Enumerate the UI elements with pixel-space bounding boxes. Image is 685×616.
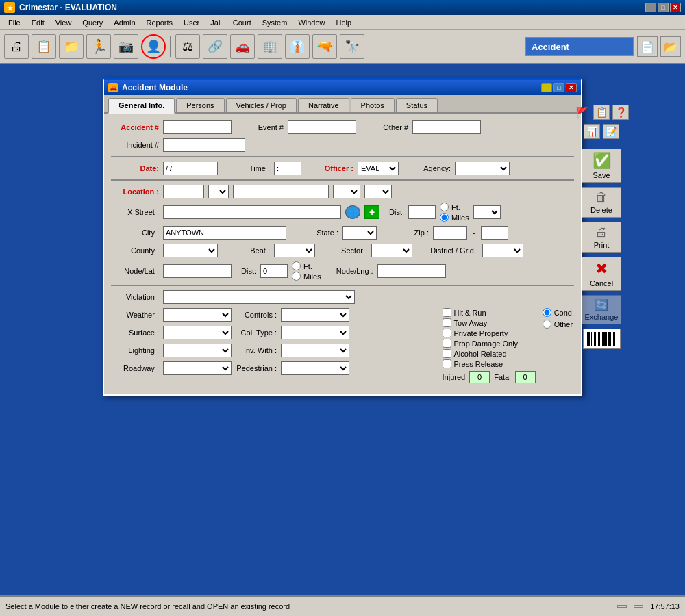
module-dropdown[interactable]: Accident Incident Arrest Citation xyxy=(525,37,634,56)
tab-vehicles-prop[interactable]: Vehicles / Prop xyxy=(226,98,297,112)
dist-input[interactable] xyxy=(408,205,436,219)
lighting-select[interactable] xyxy=(163,344,232,357)
node-lat-input[interactable] xyxy=(163,264,232,278)
menu-reports[interactable]: Reports xyxy=(141,17,179,28)
dist-dir-select[interactable] xyxy=(473,205,501,219)
ft-radio[interactable] xyxy=(440,203,449,211)
toolbar-clipboard-btn[interactable]: 📋 xyxy=(32,34,56,59)
toolbar-gun-btn[interactable]: 🔫 xyxy=(312,34,337,59)
officer-select[interactable]: EVAL xyxy=(358,162,399,175)
incident-num-input[interactable] xyxy=(163,138,245,152)
ft2-radio[interactable] xyxy=(292,261,301,270)
zip-input2[interactable] xyxy=(481,226,508,240)
panel-edit-icon[interactable]: 📝 xyxy=(603,124,619,139)
save-button[interactable]: ✅ Save xyxy=(582,149,621,183)
toolbar-person2-btn[interactable]: 👔 xyxy=(285,34,310,59)
toolbar-camera-btn[interactable]: 📷 xyxy=(114,34,138,59)
maximize-button[interactable]: □ xyxy=(658,3,669,12)
location-select3[interactable] xyxy=(364,185,392,198)
city-input[interactable] xyxy=(163,226,286,240)
panel-help-icon[interactable]: ❓ xyxy=(612,105,629,120)
surface-select[interactable] xyxy=(163,326,232,339)
dialog-maximize-btn[interactable]: □ xyxy=(553,83,564,92)
dialog-close-btn[interactable]: ✕ xyxy=(566,83,577,92)
location-select1[interactable] xyxy=(208,185,229,198)
roadway-select[interactable] xyxy=(163,361,232,375)
violation-select[interactable] xyxy=(163,290,355,304)
toolbar-scale-btn[interactable]: ⚖ xyxy=(175,34,200,59)
dist2-input[interactable] xyxy=(260,264,288,278)
toolbar-face-btn[interactable]: 👤 xyxy=(141,34,166,59)
tab-narrative[interactable]: Narrative xyxy=(298,98,349,112)
menu-file[interactable]: File xyxy=(3,17,26,28)
print-button[interactable]: 🖨 Print xyxy=(582,222,621,253)
district-select[interactable] xyxy=(482,244,523,257)
alcohol-related-checkbox[interactable] xyxy=(443,349,451,358)
toolbar-handcuffs-btn[interactable]: 🔗 xyxy=(203,34,227,59)
panel-copy-icon[interactable]: 📋 xyxy=(593,105,610,120)
toolbar-print-btn[interactable]: 🖨 xyxy=(4,34,29,59)
county-select[interactable] xyxy=(163,244,218,257)
sector-select[interactable] xyxy=(371,244,412,257)
tab-status[interactable]: Status xyxy=(396,98,438,112)
beat-select[interactable] xyxy=(274,244,315,257)
other-radio[interactable] xyxy=(543,320,551,329)
menu-query[interactable]: Query xyxy=(77,17,108,28)
cancel-button[interactable]: ✖ Cancel xyxy=(582,257,621,291)
hit-run-checkbox[interactable] xyxy=(443,308,451,317)
toolbar-folder-btn[interactable]: 📁 xyxy=(59,34,84,59)
inv-with-select[interactable] xyxy=(281,344,349,357)
menu-help[interactable]: Help xyxy=(331,17,358,28)
tab-general-info[interactable]: General Info. xyxy=(108,98,175,114)
menu-system[interactable]: System xyxy=(257,17,293,28)
location-select2[interactable] xyxy=(333,185,360,198)
panel-chart-icon[interactable]: 📊 xyxy=(584,124,600,139)
tow-away-checkbox[interactable] xyxy=(443,318,451,327)
accident-num-input[interactable] xyxy=(163,120,232,134)
minimize-button[interactable]: _ xyxy=(645,3,656,12)
menu-edit[interactable]: Edit xyxy=(26,17,50,28)
fatal-input[interactable] xyxy=(515,371,536,383)
date-input[interactable] xyxy=(163,162,218,175)
menu-jail[interactable]: Jail xyxy=(205,17,227,28)
menu-view[interactable]: View xyxy=(50,17,77,28)
node-lng-input[interactable] xyxy=(377,264,446,278)
cond-radio[interactable] xyxy=(543,308,551,317)
delete-button[interactable]: 🗑 Delete xyxy=(582,187,621,218)
zip-input1[interactable] xyxy=(433,226,467,240)
menu-admin[interactable]: Admin xyxy=(108,17,140,28)
tab-photos[interactable]: Photos xyxy=(351,98,395,112)
pedestrian-select[interactable] xyxy=(281,361,349,375)
toolbar-building-btn[interactable]: 🏢 xyxy=(258,34,282,59)
event-num-input[interactable] xyxy=(288,120,356,134)
toolbar-person-btn[interactable]: 🏃 xyxy=(86,34,111,59)
menu-court[interactable]: Court xyxy=(227,17,257,28)
time-input[interactable] xyxy=(274,162,301,175)
weather-select[interactable] xyxy=(163,308,232,322)
col-type-select[interactable] xyxy=(281,326,349,339)
private-property-checkbox[interactable] xyxy=(443,329,451,337)
press-release-checkbox[interactable] xyxy=(443,359,451,368)
location-input[interactable] xyxy=(163,185,204,198)
prop-damage-checkbox[interactable] xyxy=(443,339,451,348)
menu-window[interactable]: Window xyxy=(292,17,330,28)
exchange-button[interactable]: 🔄 Exchange xyxy=(582,295,621,324)
menu-user[interactable]: User xyxy=(178,17,205,28)
toolbar-binoculars-btn[interactable]: 🔭 xyxy=(340,34,364,59)
other-num-input[interactable] xyxy=(412,120,481,134)
close-button[interactable]: ✕ xyxy=(670,3,681,12)
agency-select[interactable] xyxy=(455,162,510,175)
miles2-radio[interactable] xyxy=(292,272,301,281)
xstreet-input[interactable] xyxy=(163,205,341,219)
add-button[interactable]: + xyxy=(364,205,379,219)
controls-select[interactable] xyxy=(281,308,349,322)
tab-persons[interactable]: Persons xyxy=(176,98,224,112)
globe-button[interactable]: 🌐 xyxy=(345,205,360,219)
state-select[interactable] xyxy=(342,226,377,240)
location-street-input[interactable] xyxy=(233,185,329,198)
module-open-btn[interactable]: 📂 xyxy=(660,36,681,57)
module-new-btn[interactable]: 📄 xyxy=(637,36,658,57)
miles-radio[interactable] xyxy=(440,213,449,222)
injured-input[interactable] xyxy=(469,371,490,383)
dialog-minimize-btn[interactable]: _ xyxy=(541,83,552,92)
